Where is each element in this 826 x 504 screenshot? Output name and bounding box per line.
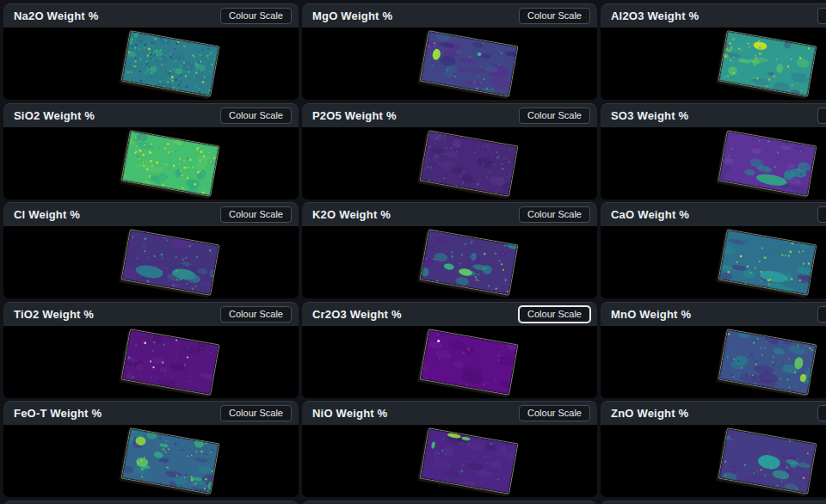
panel-title: MnO Weight % xyxy=(611,308,691,321)
element-map-panel: MnO Weight % Colour Scale xyxy=(601,302,826,398)
panel-header: Na2O Weight % Colour Scale xyxy=(3,3,299,28)
element-map-panel: NiO Weight % Colour Scale xyxy=(302,401,597,497)
panel-title: Cr2O3 Weight % xyxy=(312,308,402,321)
colour-scale-button[interactable]: Colour Scale xyxy=(220,206,292,223)
panel-title: Al2O3 Weight % xyxy=(611,9,699,22)
map-canvas[interactable] xyxy=(601,425,826,497)
panel-header: MgO Weight % Colour Scale xyxy=(302,3,597,28)
element-map-panel: Cr2O3 Weight % Colour Scale xyxy=(302,302,597,398)
sample-map xyxy=(718,329,817,395)
panel-header: Cl Weight % Colour Scale xyxy=(3,202,299,226)
partial-panel xyxy=(601,501,826,504)
panel-header: CaO Weight % Colour Scale xyxy=(601,202,826,226)
map-canvas[interactable] xyxy=(601,326,826,398)
colour-scale-button[interactable]: Colour Scale xyxy=(220,306,292,323)
colour-scale-button[interactable]: Colour Scale xyxy=(519,206,590,223)
sample-map xyxy=(420,229,519,295)
sample-map xyxy=(420,130,519,196)
panel-title: ZnO Weight % xyxy=(611,407,688,420)
panel-title: FeO-T Weight % xyxy=(14,407,102,420)
panel-title: P2O5 Weight % xyxy=(312,109,397,122)
sample-map xyxy=(718,229,817,295)
colour-scale-button[interactable]: Colour Scale xyxy=(220,108,292,124)
sample-map xyxy=(420,30,519,96)
panel-header: ZnO Weight % Colour Scale xyxy=(601,401,826,425)
partial-panel-header xyxy=(302,501,597,504)
panel-title: SO3 Weight % xyxy=(611,109,688,122)
colour-scale-button[interactable]: Colour Scale xyxy=(817,405,826,421)
panel-header: FeO-T Weight % Colour Scale xyxy=(3,401,299,425)
colour-scale-button[interactable]: Colour Scale xyxy=(220,8,292,24)
sample-map xyxy=(121,130,220,196)
map-canvas[interactable] xyxy=(302,28,597,100)
map-canvas[interactable] xyxy=(3,127,299,200)
element-map-panel: P2O5 Weight % Colour Scale xyxy=(302,103,597,200)
partial-panel xyxy=(3,501,299,504)
map-canvas[interactable] xyxy=(3,226,299,298)
element-map-panel: SiO2 Weight % Colour Scale xyxy=(3,103,299,200)
panel-header: K2O Weight % Colour Scale xyxy=(302,202,597,226)
map-canvas[interactable] xyxy=(3,28,299,100)
colour-scale-button[interactable]: Colour Scale xyxy=(817,108,826,124)
panel-title: MgO Weight % xyxy=(312,9,392,22)
panel-header: Cr2O3 Weight % Colour Scale xyxy=(302,302,597,326)
panel-title: K2O Weight % xyxy=(312,208,391,221)
element-map-panel: ZnO Weight % Colour Scale xyxy=(601,401,826,497)
partial-panel-header xyxy=(601,501,826,504)
panel-header: SO3 Weight % Colour Scale xyxy=(601,103,826,127)
element-map-panel: Cl Weight % Colour Scale xyxy=(3,202,299,298)
panel-title: Cl Weight % xyxy=(14,208,80,221)
panel-header: SiO2 Weight % Colour Scale xyxy=(3,103,299,127)
panel-header: Al2O3 Weight % Colour Scale xyxy=(601,3,826,28)
colour-scale-button[interactable]: Colour Scale xyxy=(220,405,292,421)
panel-title: TiO2 Weight % xyxy=(14,308,94,321)
sample-map xyxy=(718,30,817,96)
map-canvas[interactable] xyxy=(601,127,826,200)
element-map-panel: SO3 Weight % Colour Scale xyxy=(601,103,826,200)
panel-header: P2O5 Weight % Colour Scale xyxy=(302,103,597,127)
sample-map xyxy=(121,229,220,295)
sample-map xyxy=(121,329,220,395)
panel-title: NiO Weight % xyxy=(312,407,387,420)
sample-map xyxy=(121,427,220,494)
panel-title: Na2O Weight % xyxy=(14,9,98,22)
sample-map xyxy=(420,329,519,395)
element-map-panel: K2O Weight % Colour Scale xyxy=(302,202,597,298)
sample-map xyxy=(420,427,519,494)
element-map-panel: MgO Weight % Colour Scale xyxy=(302,3,597,100)
element-map-panel: TiO2 Weight % Colour Scale xyxy=(3,302,299,398)
panel-header: MnO Weight % Colour Scale xyxy=(601,302,826,326)
colour-scale-button[interactable]: Colour Scale xyxy=(519,8,590,24)
colour-scale-button[interactable]: Colour Scale xyxy=(817,8,826,24)
element-maps-grid: Na2O Weight % Colour Scale MgO Weight % … xyxy=(3,3,826,504)
colour-scale-button[interactable]: Colour Scale xyxy=(817,306,826,323)
sample-map xyxy=(121,30,220,96)
colour-scale-button[interactable]: Colour Scale xyxy=(519,108,590,124)
map-canvas[interactable] xyxy=(3,425,299,497)
element-map-panel: Na2O Weight % Colour Scale xyxy=(3,3,299,100)
element-maps-viewport: Na2O Weight % Colour Scale MgO Weight % … xyxy=(0,0,826,504)
map-canvas[interactable] xyxy=(3,326,299,398)
panel-title: CaO Weight % xyxy=(611,208,689,221)
map-canvas[interactable] xyxy=(302,425,597,497)
panel-header: TiO2 Weight % Colour Scale xyxy=(3,302,299,326)
panel-header: NiO Weight % Colour Scale xyxy=(302,401,597,425)
panel-title: SiO2 Weight % xyxy=(14,109,95,122)
map-canvas[interactable] xyxy=(601,28,826,100)
sample-map xyxy=(718,427,817,494)
colour-scale-button[interactable]: Colour Scale xyxy=(519,306,590,323)
partial-panel xyxy=(302,501,597,504)
sample-map xyxy=(718,130,817,196)
map-canvas[interactable] xyxy=(601,226,826,298)
colour-scale-button[interactable]: Colour Scale xyxy=(519,405,590,421)
partial-panel-header xyxy=(3,501,299,504)
colour-scale-button[interactable]: Colour Scale xyxy=(817,206,826,223)
map-canvas[interactable] xyxy=(302,326,597,398)
element-map-panel: CaO Weight % Colour Scale xyxy=(601,202,826,298)
element-map-panel: Al2O3 Weight % Colour Scale xyxy=(601,3,826,100)
map-canvas[interactable] xyxy=(302,226,597,298)
element-map-panel: FeO-T Weight % Colour Scale xyxy=(3,401,299,497)
map-canvas[interactable] xyxy=(302,127,597,200)
